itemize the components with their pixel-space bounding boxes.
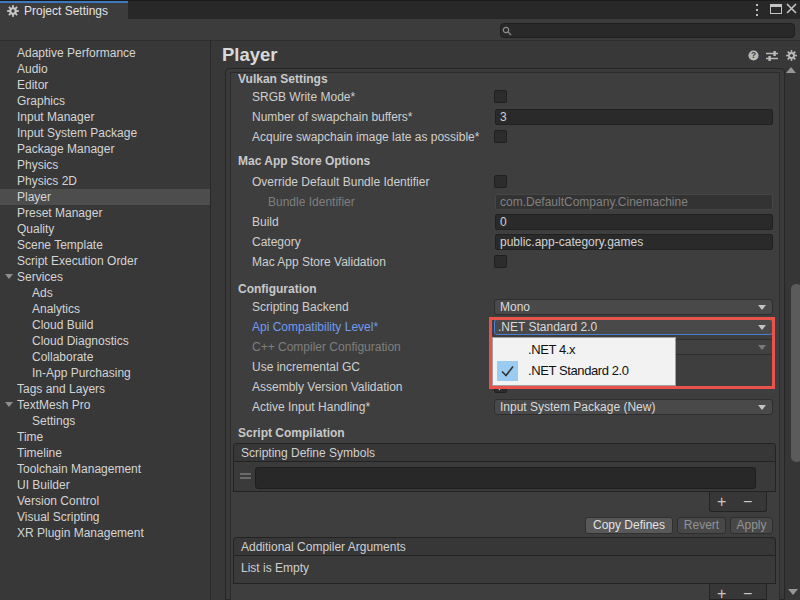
svg-text:?: ? bbox=[751, 51, 756, 60]
